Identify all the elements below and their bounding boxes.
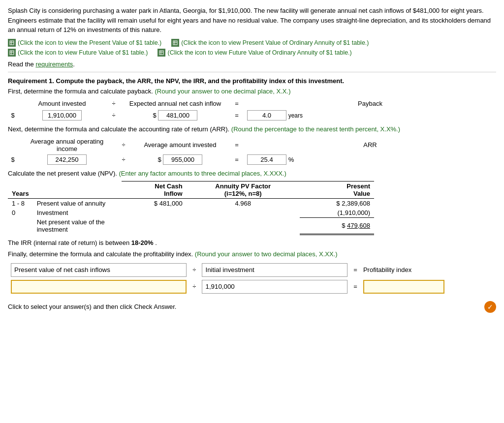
payback-op1: ÷	[106, 99, 121, 108]
npv-pv-1: $ 2,389,608	[300, 198, 374, 208]
payback-result[interactable]: 4.0	[247, 110, 286, 121]
col-present-header: Present Value	[300, 181, 374, 198]
fv-annuity-label: (Click the icon to view Future Value of …	[167, 49, 351, 56]
npv-desc-1: Present value of annuity	[33, 198, 122, 208]
divider	[8, 72, 496, 72]
npv-factor-1: 4.968	[187, 198, 300, 208]
prof-op1: ÷	[189, 262, 199, 278]
amount-invested-header: Amount invested	[18, 99, 106, 108]
npv-inflow-3	[122, 217, 187, 234]
npv-factor-3	[187, 217, 300, 234]
npv-table: Years Net Cash Inflow Annuity PV Factor …	[8, 181, 374, 235]
pv-table-link[interactable]: (Click the icon to view the Present Valu…	[8, 39, 161, 47]
npv-pv-2: (1,910,000)	[300, 208, 374, 218]
payback-op4: =	[229, 108, 244, 121]
npv-inflow-1: $ 481,000	[122, 198, 187, 208]
prof-index-header: Profitability index	[360, 262, 447, 278]
table-links-row2: (Click the icon to view Future Value of …	[8, 49, 496, 57]
pv-annuity-label: (Click the icon to view Present Value of…	[181, 39, 369, 46]
arr-result[interactable]: 25.4	[247, 154, 286, 165]
arr-dollar2: $	[158, 156, 161, 163]
svg-rect-6	[10, 51, 14, 55]
payback-op2: =	[229, 99, 244, 108]
amount-invested-value[interactable]: 1,910,000	[42, 110, 82, 121]
payback-op3: ÷	[106, 108, 121, 121]
arr-op3: ÷	[116, 153, 131, 166]
arr-formula-table: Average annual operating income ÷ Averag…	[8, 137, 496, 166]
payback-dollar1: $	[8, 108, 18, 121]
payback-instruction: First, determine the formula and calcula…	[8, 88, 496, 95]
irr-value: 18-20%	[131, 239, 154, 246]
col-annuity-header: Annuity PV Factor (i=12%, n=8)	[187, 181, 300, 198]
col-description-header	[33, 181, 122, 198]
table-links: (Click the icon to view the Present Valu…	[8, 39, 496, 47]
payback-formula-table: Amount invested ÷ Expected annual net ca…	[8, 99, 496, 121]
initial-investment-value[interactable]	[202, 280, 347, 294]
read-requirements: Read the requirements.	[8, 60, 496, 68]
npv-row-1: 1 - 8 Present value of annuity $ 481,000…	[8, 198, 374, 208]
prof-eq: =	[350, 262, 360, 278]
col-years-header: Years	[8, 181, 33, 198]
arr-instruction: Next, determine the formula and calculat…	[8, 125, 496, 133]
avg-income-value[interactable]: 242,250	[47, 154, 87, 165]
arr-op2: =	[229, 137, 244, 153]
prof-eq2: =	[350, 278, 360, 295]
profitability-index-result[interactable]	[363, 280, 444, 294]
payback-dollar2: $	[153, 112, 157, 119]
npv-desc-2: Investment	[33, 208, 122, 218]
pv-inflows-header[interactable]	[11, 263, 187, 277]
years-label: years	[288, 112, 303, 119]
avg-invested-header: Average amount invested	[131, 137, 229, 153]
pv-annuity-icon	[171, 39, 179, 47]
irr-line: The IRR (internal rate of return) is bet…	[8, 239, 496, 246]
profitability-formula-table: ÷ = Profitability index ÷ =	[8, 262, 447, 295]
svg-rect-0	[10, 41, 14, 45]
expected-inflow-header: Expected annual net cash inflow	[121, 99, 229, 108]
avg-invested-value[interactable]: 955,000	[163, 154, 202, 165]
fv-table-icon	[8, 49, 16, 57]
footer-text: Click to select your answer(s) and then …	[8, 303, 496, 310]
initial-investment-header[interactable]	[202, 263, 347, 277]
arr-op1: ÷	[116, 137, 131, 153]
svg-rect-3	[173, 41, 177, 45]
npv-years-2: 0	[8, 208, 33, 218]
npv-pv-3: $ 479,608	[300, 217, 374, 234]
npv-desc-3: Net present value of the investment	[33, 217, 122, 234]
requirements-link[interactable]: requirements	[35, 60, 73, 68]
pv-annuity-link[interactable]: (Click the icon to view Present Value of…	[171, 39, 369, 47]
fv-table-label: (Click the icon to view Future Value of …	[18, 49, 148, 56]
npv-years-3	[8, 217, 33, 234]
npv-row-2: 0 Investment (1,910,000)	[8, 208, 374, 218]
arr-header: ARR	[244, 137, 496, 153]
avg-income-header: Average annual operating income	[18, 137, 116, 153]
payback-header: Payback	[244, 99, 496, 108]
col-netcash-header: Net Cash Inflow	[122, 181, 187, 198]
prof-op2: ÷	[189, 278, 199, 295]
fv-annuity-link[interactable]: (Click the icon to view Future Value of …	[158, 49, 351, 57]
npv-factor-2	[187, 208, 300, 218]
intro-paragraph: Splash City is considering purchasing a …	[8, 6, 496, 35]
pv-table-label: (Click the icon to view the Present Valu…	[18, 39, 161, 46]
npv-instruction: Calculate the net present value (NPV). (…	[8, 170, 496, 177]
arr-unit: %	[288, 156, 294, 163]
npv-row-3: Net present value of the investment $ 47…	[8, 217, 374, 234]
profitability-instruction: Finally, determine the formula and calcu…	[8, 250, 496, 258]
requirement-title: Requirement 1. Compute the payback, the …	[8, 77, 496, 85]
check-answer-icon[interactable]: ✓	[484, 301, 496, 313]
fv-table-link[interactable]: (Click the icon to view Future Value of …	[8, 49, 148, 57]
svg-rect-9	[159, 51, 163, 55]
arr-op4: =	[229, 153, 244, 166]
fv-annuity-icon	[158, 49, 165, 57]
pv-inflows-value[interactable]	[11, 280, 187, 294]
npv-years-1: 1 - 8	[8, 198, 33, 208]
npv-inflow-2	[122, 208, 187, 218]
pv-table-icon	[8, 39, 16, 47]
expected-inflow-value[interactable]: 481,000	[158, 110, 197, 121]
arr-dollar1: $	[8, 153, 18, 166]
